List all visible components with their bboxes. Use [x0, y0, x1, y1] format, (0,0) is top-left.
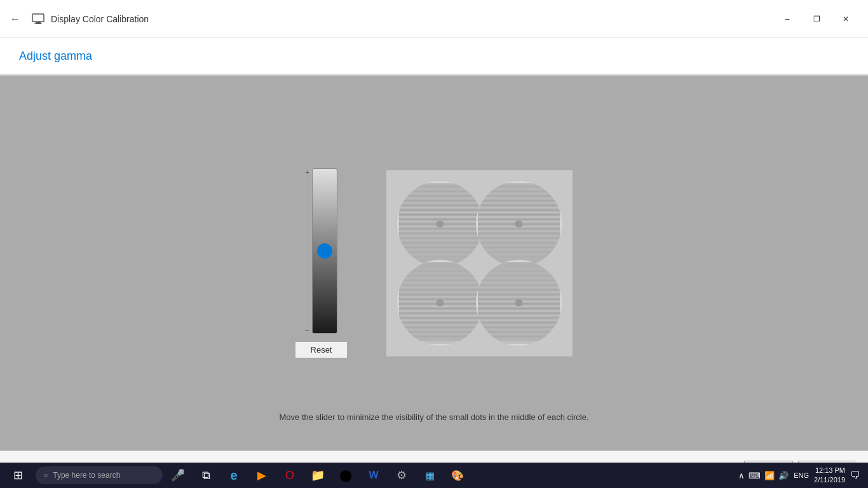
taskbar-right: ∧ ⌨ 📶 🔊 ENG 12:13 PM 2/11/2019 🗨: [738, 466, 865, 485]
gamma-circles-svg: [386, 170, 573, 356]
minimize-button[interactable]: –: [773, 8, 802, 30]
svg-point-203: [437, 299, 444, 306]
slider-thumb[interactable]: [317, 243, 332, 259]
main-content: + – Reset: [0, 76, 868, 451]
volume-icon: 🔊: [778, 471, 789, 480]
taskbar-date-display: 2/11/2019: [814, 475, 845, 485]
section-header: Adjust gamma: [0, 38, 868, 76]
taskbar-time-display: 12:13 PM: [814, 466, 845, 475]
circle-tl: [397, 180, 483, 266]
reset-button[interactable]: Reset: [295, 341, 348, 358]
restore-button[interactable]: ❐: [802, 8, 831, 30]
window-title: Display Color Calibration: [51, 14, 149, 24]
taskbar-app-edge[interactable]: e: [221, 463, 247, 488]
taskbar-app-word[interactable]: W: [361, 463, 386, 488]
language-indicator: ENG: [794, 471, 809, 479]
instruction-text: Move the slider to minimize the visibili…: [280, 412, 589, 422]
svg-point-70: [437, 220, 444, 227]
slider-labels: + –: [305, 168, 309, 334]
svg-point-137: [515, 220, 523, 227]
keyboard-icon: ⌨: [749, 471, 761, 480]
circle-br: [477, 260, 562, 346]
slider-label-bottom: –: [305, 326, 309, 334]
taskbar-app-files[interactable]: 📁: [305, 463, 330, 488]
circle-bl: [397, 260, 483, 346]
section-heading-link[interactable]: Adjust gamma: [19, 50, 92, 62]
search-icon: ○: [43, 471, 48, 480]
slider-track-wrapper: + –: [305, 168, 337, 334]
taskbar-app-cortana[interactable]: 🎤: [165, 463, 191, 488]
svg-rect-1: [36, 22, 41, 24]
slider-label-top: +: [305, 168, 309, 176]
svg-rect-2: [34, 24, 42, 24]
system-tray-icons: ∧ ⌨ 📶 🔊: [738, 471, 789, 480]
close-button[interactable]: ✕: [831, 8, 860, 30]
taskbar-app-display[interactable]: ▦: [417, 463, 442, 488]
title-bar: ← Display Color Calibration – ❐ ✕: [0, 0, 868, 38]
app-icon: [32, 13, 44, 25]
svg-rect-0: [32, 14, 44, 22]
taskbar-app-chrome[interactable]: ⬤: [333, 463, 358, 488]
back-button[interactable]: ←: [5, 11, 25, 27]
taskbar-app-vlc[interactable]: ▶: [249, 463, 275, 488]
taskbar: ⊞ ○ Type here to search 🎤 ⧉ e ▶ O 📁 ⬤ W …: [0, 463, 868, 488]
gamma-slider[interactable]: [312, 168, 337, 334]
start-button[interactable]: ⊞: [3, 463, 33, 488]
taskbar-app-paint[interactable]: 🎨: [445, 463, 470, 488]
window-controls: – ❐ ✕: [773, 8, 860, 30]
content-row: + – Reset: [295, 168, 574, 358]
taskbar-app-settings[interactable]: ⚙: [389, 463, 414, 488]
svg-point-269: [515, 299, 523, 306]
expand-tray-icon[interactable]: ∧: [738, 471, 745, 480]
taskbar-clock: 12:13 PM 2/11/2019: [814, 466, 845, 485]
taskbar-app-opera[interactable]: O: [277, 463, 302, 488]
gamma-preview: [386, 170, 573, 357]
circle-tr: [477, 180, 562, 266]
taskbar-search[interactable]: ○ Type here to search: [36, 466, 163, 484]
taskbar-app-taskview[interactable]: ⧉: [193, 463, 219, 488]
network-icon: 📶: [764, 471, 775, 480]
taskbar-search-text: Type here to search: [53, 471, 120, 480]
slider-container: + – Reset: [295, 168, 348, 358]
notification-icon[interactable]: 🗨: [850, 470, 860, 481]
title-bar-left: ← Display Color Calibration: [5, 11, 149, 27]
